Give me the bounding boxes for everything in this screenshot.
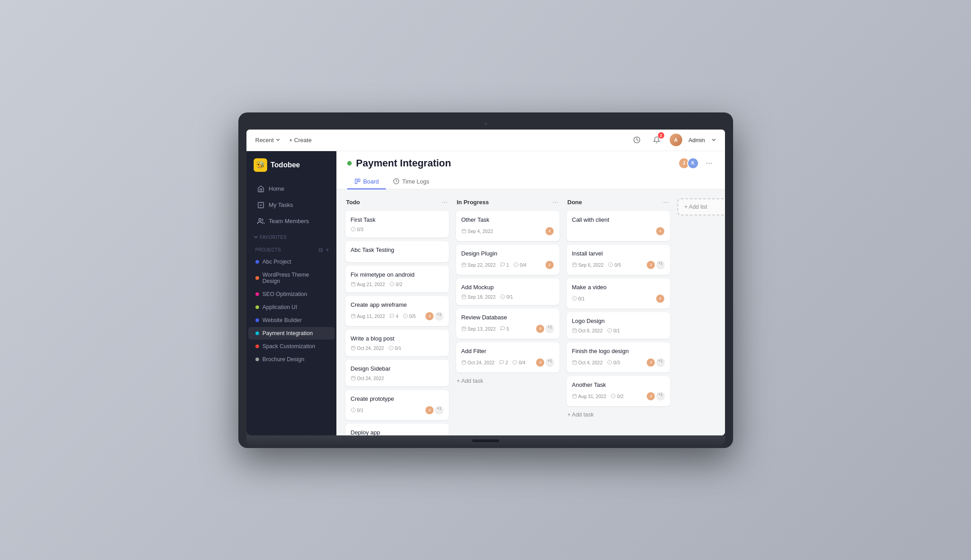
page-title: Payment Integration [356, 157, 451, 169]
card-t7[interactable]: Create prototype 0/1 J+1 [345, 390, 449, 420]
card-ip1[interactable]: Other Task Sep 4, 2022 J [456, 211, 559, 241]
sidebar-project-website-builder[interactable]: Website Builder [248, 314, 335, 327]
card-ip4[interactable]: Review Database Sep 13, 2022 5 J+1 [456, 309, 559, 339]
chat-icon [499, 360, 504, 365]
project-label: Brochure Design [263, 356, 304, 363]
card-d5[interactable]: Finish the logo design Oct 4, 2022 0/3 J… [567, 342, 670, 372]
main-area: 🐝 Todobee Home My Tasks [246, 151, 725, 435]
calendar-icon [572, 394, 577, 399]
card-meta: Oct 4, 2022 0/3 J+1 [572, 358, 665, 367]
col-cards-todo: First Task 0/3 Abc Task Testing Fix mime… [345, 211, 449, 435]
card-checklist: 0/5 [608, 262, 621, 268]
projects-add-icon[interactable]: + [326, 247, 329, 253]
team-icon [257, 218, 264, 225]
page-title-left: Payment Integration [347, 157, 451, 169]
card-title: Install larvel [572, 250, 665, 257]
add-task-button-in-progress[interactable]: + Add task [456, 374, 559, 388]
sidebar-project-spack-customization[interactable]: Spack Customization [248, 340, 335, 353]
card-avatar: J [425, 406, 434, 415]
card-t2[interactable]: Abc Task Testing [345, 241, 449, 262]
card-d2[interactable]: Install larvel Sep 6, 2022 0/5 J+1 [567, 245, 670, 275]
card-avatars: J+1 [425, 312, 443, 321]
project-dot [255, 358, 259, 361]
card-title: Design Plugin [461, 250, 554, 257]
card-t6[interactable]: Design Sidebar Oct 24, 2022 [345, 360, 449, 386]
card-ip3[interactable]: Add Mockup Sep 18, 2022 0/1 [456, 278, 559, 305]
sidebar-project-wordpress-theme[interactable]: WordPress Theme Design [248, 269, 335, 287]
card-avatars: J [545, 227, 554, 236]
col-menu-button[interactable]: ··· [663, 198, 669, 206]
tab-board[interactable]: Board [347, 175, 386, 189]
page-title-row: Payment Integration J K ··· [347, 157, 714, 169]
card-avatar: J [536, 324, 545, 333]
project-status-dot [347, 161, 352, 166]
clock-icon[interactable] [630, 133, 644, 147]
card-title: Write a blog post [351, 335, 443, 342]
card-title: Logo Design [572, 318, 665, 324]
checklist-icon [351, 408, 356, 412]
card-checklist: 0/1 [572, 296, 585, 301]
card-checklist: 0/1 [389, 345, 402, 351]
card-d6[interactable]: Another Task Aug 31, 2022 0/2 J+1 [567, 376, 670, 406]
card-avatars: J+1 [646, 392, 664, 401]
tab-time-logs[interactable]: Time Logs [386, 175, 436, 189]
more-options-button[interactable]: ··· [704, 158, 714, 168]
card-avatar: J [646, 358, 655, 367]
recent-button[interactable]: Recent [255, 137, 280, 143]
card-avatars: J+1 [536, 324, 554, 333]
add-task-button-done[interactable]: + Add task [567, 408, 670, 421]
sidebar-project-payment-integration[interactable]: Payment Integration [248, 327, 335, 340]
card-date: Sep 6, 2022 [572, 262, 604, 268]
card-checklist: 0/1 [500, 294, 513, 300]
sidebar-item-team-members[interactable]: Team Members [250, 214, 333, 229]
sidebar-project-abc-project[interactable]: Abc Project [248, 255, 335, 268]
card-t3[interactable]: Fix mimetype on android Aug 21, 2022 0/2 [345, 266, 449, 292]
card-date: Sep 18, 2022 [461, 294, 496, 300]
kanban-col-done: Done ··· Call with client J Install larv… [567, 198, 670, 421]
projects-archive-icon[interactable]: ⊟ [318, 247, 323, 253]
card-t4[interactable]: Create app wireframe Aug 11, 2022 4 0/5 … [345, 296, 449, 326]
svg-rect-7 [351, 282, 355, 286]
add-list-button[interactable]: + Add list [677, 198, 725, 215]
col-menu-button[interactable]: ··· [442, 198, 447, 206]
svg-rect-23 [462, 361, 465, 364]
card-title: Fix mimetype on android [351, 271, 443, 278]
card-ip2[interactable]: Design Plugin Sep 22, 2022 1 0/4 J [456, 245, 559, 275]
sidebar-project-seo-optimization[interactable]: SEO Optimization [248, 288, 335, 300]
topbar-left: Recent + Create [255, 137, 312, 143]
sidebar-project-brochure-design[interactable]: Brochure Design [248, 353, 335, 366]
project-label: Payment Integration [263, 330, 313, 336]
card-checklist: 0/2 [389, 282, 403, 287]
col-header-in-progress: In Progress ··· [456, 198, 559, 206]
card-t1[interactable]: First Task 0/3 [345, 211, 449, 237]
card-meta-left: 0/1 [572, 296, 585, 301]
card-ip5[interactable]: Add Filter Oct 24, 2022 2 0/4 J+1 [456, 342, 559, 372]
page-tabs: Board Time Logs [347, 175, 714, 189]
card-comment-count: 2 [499, 360, 508, 365]
user-avatar[interactable]: A [670, 134, 682, 146]
card-t8[interactable]: Deploy app Oct 14, 2022 0/4 J+1 [345, 424, 449, 435]
card-meta: Sep 6, 2022 0/5 J+1 [572, 260, 665, 269]
sidebar-project-application-ui[interactable]: Application UI [248, 301, 335, 314]
col-menu-button[interactable]: ··· [552, 198, 558, 206]
card-meta: Aug 31, 2022 0/2 J+1 [572, 392, 665, 401]
create-button[interactable]: + Create [289, 137, 312, 143]
sidebar-item-home[interactable]: Home [250, 181, 333, 197]
card-title: Create prototype [351, 395, 443, 402]
project-dot [255, 292, 259, 296]
card-d3[interactable]: Make a video 0/1 J [567, 278, 670, 309]
sidebar-item-my-tasks[interactable]: My Tasks [250, 197, 333, 213]
calendar-icon [572, 262, 577, 267]
card-d1[interactable]: Call with client J [567, 211, 670, 241]
card-meta: Oct 24, 2022 [351, 376, 443, 381]
col-cards-in-progress: Other Task Sep 4, 2022 J Design Plugin S… [456, 211, 559, 372]
notification-icon[interactable]: 2 [650, 133, 663, 147]
checklist-icon [389, 282, 394, 287]
extra-members: +1 [546, 358, 554, 367]
checklist-icon [500, 294, 505, 299]
card-avatars: J+1 [425, 406, 443, 415]
card-d4[interactable]: Logo Design Oct 6, 2022 0/1 [567, 312, 670, 339]
col-title: In Progress [457, 199, 489, 206]
card-avatar: J [646, 260, 655, 269]
card-t5[interactable]: Write a blog post Oct 24, 2022 0/1 [345, 330, 449, 356]
